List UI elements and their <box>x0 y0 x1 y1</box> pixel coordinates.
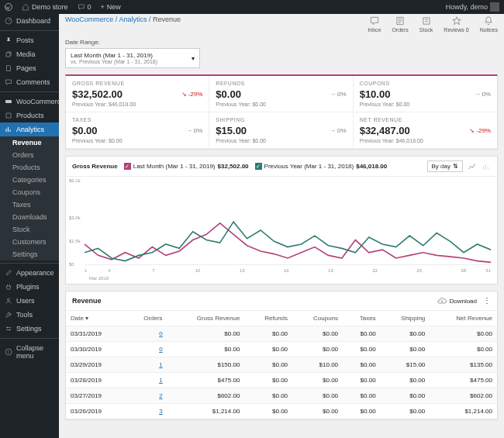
table-header-row: Date ▾ Orders Gross Revenue Refunds Coup… <box>66 311 497 326</box>
sidebar-item-dashboard[interactable]: Dashboard <box>0 14 59 28</box>
legend-value: $46,018.00 <box>356 163 387 170</box>
col-coupons[interactable]: Coupons <box>292 311 343 326</box>
legend-series-a[interactable]: ✓ Last Month (Mar 1 - 31, 2019) $32,502.… <box>124 163 249 170</box>
comments-count: 0 <box>88 3 91 11</box>
arrow-right-icon: → <box>474 91 480 98</box>
collapse-menu-button[interactable]: Collapse menu <box>0 341 59 363</box>
dashboard-icon <box>5 17 12 25</box>
sidebar-item-settings[interactable]: Settings <box>0 322 59 336</box>
account-menu[interactable]: Howdy, demo <box>441 2 504 12</box>
col-refunds[interactable]: Refunds <box>244 311 292 326</box>
download-button[interactable]: Download <box>437 296 477 305</box>
line-chart-icon[interactable] <box>468 162 477 171</box>
activity-stock[interactable]: Stock <box>419 16 433 33</box>
submenu-categories[interactable]: Categories <box>0 174 59 186</box>
kpi-shipping[interactable]: SHIPPING $15.00 Previous Year: $0.00 →0% <box>209 112 353 149</box>
site-name-link[interactable]: Demo store <box>17 3 73 11</box>
cell-date: 03/26/2019 <box>66 404 126 419</box>
bar-chart-icon[interactable] <box>482 162 491 171</box>
legend-label: Previous Year (Mar 1 - 31, 2018) <box>264 163 354 170</box>
comments-link[interactable]: 0 <box>73 3 96 11</box>
sidebar-item-tools[interactable]: Tools <box>0 308 59 322</box>
col-taxes[interactable]: Taxes <box>343 311 381 326</box>
orders-icon <box>395 16 406 26</box>
kpi-taxes[interactable]: TAXES $0.00 Previous Year: $0.00 →0% <box>66 112 209 149</box>
submenu-customers[interactable]: Customers <box>0 236 59 248</box>
kpi-title: SHIPPING <box>216 117 346 122</box>
revenue-table-card: Revenue Download ⋮ Date ▾ Orders Gross R… <box>65 291 498 420</box>
cell-orders[interactable]: 3 <box>126 404 167 419</box>
activity-inbox[interactable]: Inbox <box>368 16 381 33</box>
sidebar-label: Pages <box>16 64 36 72</box>
cell-orders[interactable]: 0 <box>126 326 167 342</box>
breadcrumb-analytics[interactable]: Analytics <box>119 16 147 23</box>
sidebar-item-woocommerce[interactable]: WooCommerce <box>0 95 59 109</box>
arrow-down-icon: ↘ <box>469 127 475 134</box>
submenu-taxes[interactable]: Taxes <box>0 198 59 211</box>
submenu-products[interactable]: Products <box>0 161 59 174</box>
kpi-prev: Previous Year: $46,018.00 <box>72 102 202 107</box>
sidebar-item-posts[interactable]: Posts <box>0 33 59 47</box>
pin-icon <box>5 36 12 44</box>
col-orders[interactable]: Orders <box>126 311 167 326</box>
cell-orders[interactable]: 0 <box>126 342 167 357</box>
wp-logo-menu[interactable] <box>0 3 17 11</box>
activity-reviews[interactable]: Reviews 0 <box>444 16 468 33</box>
kpi-delta: →0% <box>330 127 347 134</box>
col-net[interactable]: Net Revenue <box>430 311 497 326</box>
arrow-right-icon: → <box>330 91 336 98</box>
sidebar-item-appearance[interactable]: Appearance <box>0 266 59 280</box>
chart-series-line <box>85 223 491 262</box>
submenu-settings[interactable]: Settings <box>0 248 59 260</box>
cell-refunds: $0.00 <box>244 388 292 404</box>
cell-refunds: $0.00 <box>244 342 292 357</box>
submenu-orders[interactable]: Orders <box>0 149 59 161</box>
kpi-delta: ↘-29% <box>181 91 203 98</box>
brush-icon <box>5 269 12 277</box>
cell-date: 03/30/2019 <box>66 342 126 357</box>
new-content-link[interactable]: + New <box>96 3 126 11</box>
table-row: 03/30/20190$0.00$0.00$0.00$0.00$0.00$0.0… <box>66 342 497 357</box>
sidebar-label: Plugins <box>16 283 40 291</box>
sidebar-item-plugins[interactable]: Plugins <box>0 280 59 294</box>
activity-orders[interactable]: Orders <box>392 16 408 33</box>
submenu-coupons[interactable]: Coupons <box>0 186 59 198</box>
col-shipping[interactable]: Shipping <box>381 311 430 326</box>
col-date[interactable]: Date ▾ <box>66 311 126 326</box>
kpi-gross-revenue[interactable]: GROSS REVENUE $32,502.00 Previous Year: … <box>66 76 209 112</box>
svg-rect-5 <box>423 18 430 24</box>
sidebar-item-users[interactable]: Users <box>0 294 59 308</box>
cell-orders[interactable]: 1 <box>126 373 167 388</box>
cell-orders[interactable]: 2 <box>126 388 167 404</box>
sidebar-item-media[interactable]: Media <box>0 47 59 61</box>
chevron-down-icon: ▾ <box>85 315 88 322</box>
activity-notices[interactable]: Notices <box>480 16 498 33</box>
cell-shipping: $15.00 <box>381 357 430 373</box>
sidebar-item-comments[interactable]: Comments <box>0 75 59 89</box>
submenu-downloads[interactable]: Downloads <box>0 211 59 223</box>
kpi-coupons[interactable]: COUPONS $10.00 Previous Year: $0.00 →0% <box>354 76 497 112</box>
kpi-refunds[interactable]: REFUNDS $0.00 Previous Year: $0.00 →0% <box>209 76 353 112</box>
submenu-stock[interactable]: Stock <box>0 223 59 236</box>
kpi-delta: →0% <box>474 91 491 98</box>
col-gross[interactable]: Gross Revenue <box>167 311 245 326</box>
cell-gross: $1,214.00 <box>167 404 245 419</box>
interval-selector[interactable]: By day⇅ <box>427 160 463 172</box>
cell-orders[interactable]: 1 <box>126 357 167 373</box>
date-range-picker[interactable]: Last Month (Mar 1 - 31, 2019) vs. Previo… <box>65 48 200 68</box>
woo-icon <box>5 98 12 105</box>
table-row: 03/29/20191$150.00$0.00$10.00$0.00$15.00… <box>66 357 497 373</box>
breadcrumb-woocommerce[interactable]: WooCommerce <box>65 16 113 23</box>
kpi-delta: →0% <box>186 127 203 134</box>
sidebar-item-products[interactable]: Products <box>0 109 59 122</box>
chart-title: Gross Revenue <box>72 163 118 170</box>
legend-series-b[interactable]: ✓ Previous Year (Mar 1 - 31, 2018) $46,0… <box>255 163 388 170</box>
revenue-table: Date ▾ Orders Gross Revenue Refunds Coup… <box>66 311 497 419</box>
sidebar-item-analytics[interactable]: Analytics <box>0 122 59 136</box>
table-menu-icon[interactable]: ⋮ <box>483 297 491 305</box>
kpi-net-revenue[interactable]: NET REVENUE $32,487.00 Previous Year: $4… <box>354 112 497 149</box>
breadcrumb-current: Revenue <box>153 16 181 23</box>
submenu-revenue[interactable]: Revenue <box>0 136 59 149</box>
sidebar-item-pages[interactable]: Pages <box>0 61 59 75</box>
cell-taxes: $0.00 <box>343 357 381 373</box>
